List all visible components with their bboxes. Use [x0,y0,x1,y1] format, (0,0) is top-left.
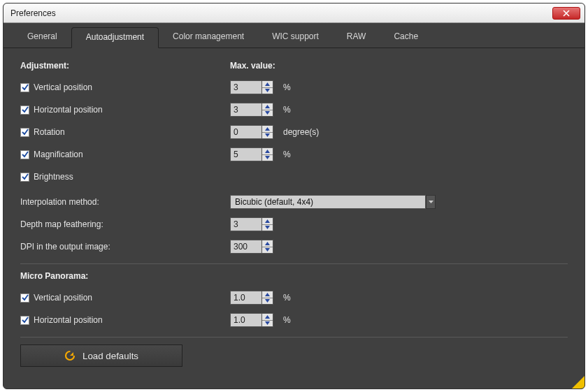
close-button[interactable] [552,7,580,20]
separator [20,337,568,337]
horizontal-position-input[interactable] [230,103,262,117]
close-icon [563,10,570,17]
titlebar: Preferences [3,3,585,23]
adjustment-heading: Adjustment: [20,61,230,71]
dpi-input[interactable] [230,240,262,254]
spinner-down[interactable] [262,247,273,254]
tab-strip: General Autoadjustment Color management … [3,23,585,48]
spinner-up[interactable] [262,148,273,155]
horizontal-position-checkbox[interactable]: Horizontal position [20,105,103,115]
interpolation-label: Interpolation method: [20,197,99,207]
micro-panorama-heading: Micro Panorama: [20,271,230,281]
unit-label: % [283,82,291,92]
spinner-up[interactable] [262,218,273,225]
micro-vertical-input[interactable] [230,291,262,305]
tab-color-management[interactable]: Color management [159,27,258,48]
vertical-position-checkbox[interactable]: Vertical position [20,82,92,92]
dropdown-button[interactable] [426,195,436,209]
load-defaults-button[interactable]: Load defaults [20,344,182,367]
micro-vertical-checkbox[interactable]: Vertical position [20,293,92,303]
unit-label: % [283,315,291,325]
window-title: Preferences [10,8,552,18]
maxvalue-heading: Max. value: [230,61,568,71]
spinner-down[interactable] [262,298,273,305]
vertical-position-input[interactable] [230,80,262,94]
rotation-checkbox[interactable]: Rotation [20,127,65,137]
unit-label: % [283,293,291,303]
spinner-up[interactable] [262,314,273,321]
chevron-down-icon [429,201,433,203]
reset-icon [64,350,76,361]
rotation-input[interactable] [230,125,262,139]
tab-raw[interactable]: RAW [333,27,380,48]
magnification-checkbox[interactable]: Magnification [20,150,83,159]
spinner-down[interactable] [262,155,273,161]
load-defaults-label: Load defaults [83,351,138,361]
dpi-label: DPI in the output image: [20,242,110,252]
spinner-down[interactable] [262,110,273,117]
spinner-down[interactable] [262,88,273,94]
interpolation-dropdown[interactable] [230,195,426,209]
spinner-up[interactable] [262,240,273,247]
tab-autoadjustment[interactable]: Autoadjustment [71,27,159,48]
spinner-down[interactable] [262,225,273,231]
tab-cache[interactable]: Cache [380,27,432,48]
spinner-up[interactable] [262,291,273,298]
micro-horizontal-input[interactable] [230,313,262,327]
tab-general[interactable]: General [13,27,71,48]
resize-grip-icon[interactable] [572,376,585,389]
brightness-checkbox[interactable]: Brightness [20,172,73,182]
preferences-window: Preferences General Autoadjustment Color… [3,3,585,389]
separator [20,263,568,264]
feathering-label: Depth map feathering: [20,219,103,229]
unit-label: % [283,105,291,115]
spinner-up[interactable] [262,126,273,133]
spinner-up[interactable] [262,103,273,110]
spinner-up[interactable] [262,81,273,88]
feathering-input[interactable] [230,217,262,231]
unit-label: % [283,150,291,159]
unit-label: degree(s) [283,127,319,137]
tab-content: Adjustment: Vertical position Horizontal… [3,48,585,374]
micro-horizontal-checkbox[interactable]: Horizontal position [20,315,103,325]
spinner-down[interactable] [262,133,273,139]
magnification-input[interactable] [230,147,262,161]
tab-wic-support[interactable]: WIC support [258,27,333,48]
spinner-down[interactable] [262,321,273,327]
